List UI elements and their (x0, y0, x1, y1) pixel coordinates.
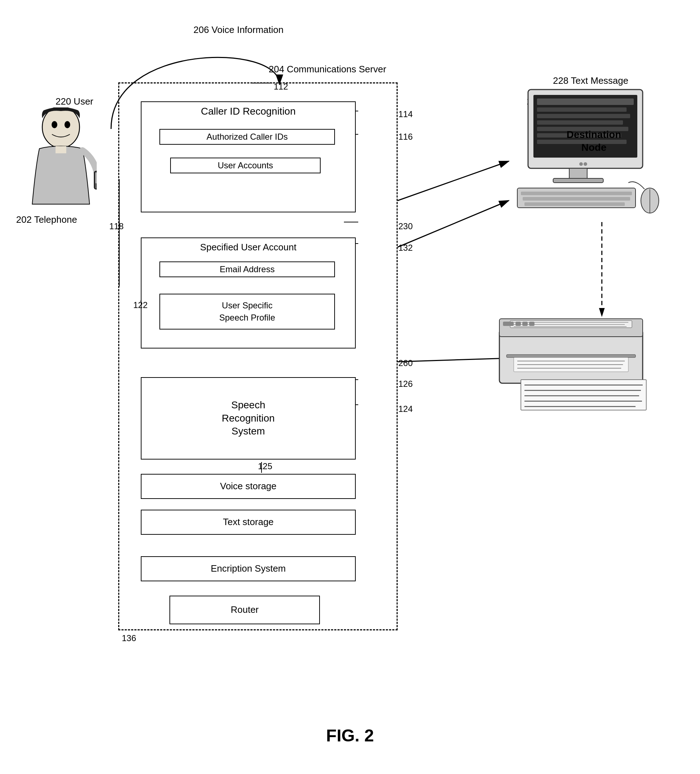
figure-caption: FIG. 2 (326, 726, 374, 745)
destination-node-label: Destination Node (567, 128, 621, 154)
svg-rect-52 (529, 322, 535, 326)
svg-rect-22 (537, 108, 627, 112)
label-125: 125 (258, 461, 272, 471)
encryption-label: Encription System (211, 563, 286, 575)
dest-node-text: Destination Node (567, 129, 621, 153)
svg-rect-34 (523, 197, 630, 200)
specified-user-account-box: Specified User Account Email Address Use… (141, 238, 356, 349)
speech-recognition-box: Speech Recognition System (141, 377, 356, 460)
user-accounts-box: User Accounts (170, 157, 321, 174)
svg-point-14 (51, 121, 57, 128)
caller-id-box: Caller ID Recognition Authorized Caller … (141, 101, 356, 212)
speech-recognition-label: Speech Recognition System (222, 399, 275, 438)
svg-rect-51 (522, 322, 528, 326)
svg-rect-33 (521, 192, 632, 195)
router-label: Router (231, 604, 259, 616)
label-260: 260 (398, 358, 413, 368)
user-person-svg (25, 108, 97, 208)
label-126: 126 (398, 379, 413, 389)
encryption-box: Encription System (141, 556, 356, 581)
label-136: 136 (122, 633, 136, 643)
svg-rect-31 (553, 179, 603, 183)
svg-rect-30 (569, 168, 587, 179)
voice-info-label: 206 Voice Information (194, 24, 284, 35)
label-116: 116 (398, 132, 413, 142)
label-112: 112 (274, 82, 288, 92)
authorized-caller-ids-box: Authorized Caller IDs (159, 129, 335, 145)
label-114: 114 (398, 109, 413, 119)
svg-point-15 (65, 121, 70, 128)
svg-rect-53 (521, 380, 646, 410)
email-address-box: Email Address (159, 261, 335, 277)
label-230: 230 (398, 222, 413, 232)
svg-rect-49 (503, 322, 514, 326)
server-box: Caller ID Recognition Authorized Caller … (118, 83, 398, 630)
voice-storage-box: Voice storage (141, 474, 356, 499)
label-132: 132 (398, 243, 413, 253)
specified-user-account-title: Specified User Account (142, 238, 355, 256)
caller-id-title: Caller ID Recognition (142, 102, 355, 120)
text-storage-label: Text storage (223, 516, 274, 528)
svg-rect-35 (525, 202, 625, 206)
router-box: Router (169, 595, 320, 624)
svg-point-13 (42, 108, 79, 148)
telephone-label: 202 Telephone (16, 214, 77, 225)
text-storage-box: Text storage (141, 510, 356, 535)
svg-rect-24 (537, 120, 623, 125)
svg-rect-16 (56, 146, 66, 153)
label-122: 122 (133, 300, 147, 310)
svg-rect-50 (516, 322, 521, 326)
comm-server-label: 204 Communications Server (269, 64, 386, 75)
label-124: 124 (398, 404, 413, 414)
svg-rect-21 (537, 99, 634, 105)
svg-rect-44 (506, 355, 635, 357)
printer-svg (492, 308, 664, 415)
voice-storage-label: Voice storage (220, 480, 276, 493)
svg-rect-18 (95, 173, 97, 184)
svg-rect-23 (537, 114, 630, 118)
user-specific-speech-profile-box: User Specific Speech Profile (159, 294, 335, 329)
svg-point-28 (579, 162, 583, 166)
user-specific-speech-label: User Specific Speech Profile (219, 299, 275, 323)
diagram: 206 Voice Information 204 Communications… (0, 0, 700, 774)
user-label: 220 User (56, 96, 94, 107)
svg-point-29 (584, 162, 587, 166)
